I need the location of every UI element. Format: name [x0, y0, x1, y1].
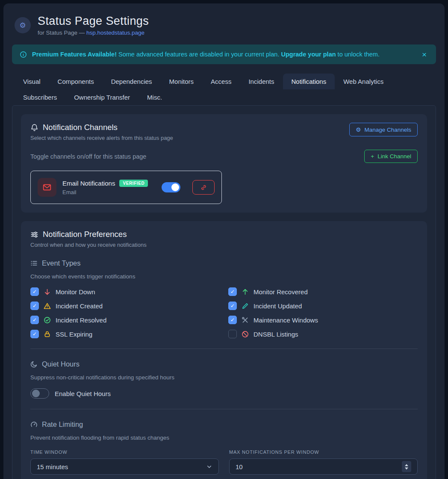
verified-badge: VERIFIED [119, 180, 148, 187]
quiet-hours-title: Quiet Hours [42, 360, 80, 368]
quiet-hours-subtitle: Suppress non-critical notifications duri… [30, 374, 418, 381]
event-label: Incident Updated [253, 302, 302, 310]
event-monitor-down: ✓Monitor Down [30, 287, 220, 296]
gear-icon: ⚙ [356, 126, 361, 133]
event-monitor-recovered: ✓Monitor Recovered [228, 287, 418, 296]
subtitle-text: for Status Page — [38, 30, 86, 36]
rate-limiting-subtitle: Prevent notification flooding from rapid… [30, 435, 418, 441]
checkbox-incident-updated[interactable]: ✓ [228, 302, 237, 310]
checkbox-ssl-expiring[interactable]: ✓ [30, 330, 39, 338]
premium-banner: Premium Features Available! Some advance… [12, 44, 436, 64]
email-icon [38, 178, 56, 197]
avatar: ⚙ [15, 17, 31, 33]
link-channel-button[interactable]: + Link Channel [364, 150, 418, 163]
page-title: Status Page Settings [38, 15, 149, 28]
check-circle-icon [44, 316, 51, 324]
max-notifications-label: MAX NOTIFICATIONS PER WINDOW [229, 449, 418, 455]
sliders-icon [30, 231, 38, 239]
event-ssl-expiring: ✓SSL Expiring [30, 330, 220, 338]
event-maintenance-windows: ✓Maintenance Windows [228, 316, 418, 324]
ban-icon [242, 331, 249, 338]
channel-name: Email Notifications [62, 180, 115, 187]
checkbox-maintenance-windows[interactable]: ✓ [228, 316, 237, 324]
tab-ownership-transfer[interactable]: Ownership Transfer [65, 89, 139, 105]
tab-dependencies[interactable]: Dependencies [103, 74, 161, 89]
checkbox-monitor-down[interactable]: ✓ [30, 287, 39, 296]
banner-text: Some advanced features are disabled in y… [117, 51, 281, 58]
manage-channels-label: Manage Channels [364, 127, 411, 133]
lock-icon [44, 331, 51, 338]
banner-title: Premium Features Available! [32, 51, 117, 58]
event-label: Maintenance Windows [253, 316, 318, 324]
channels-subtitle: Select which channels receive alerts fro… [30, 135, 173, 141]
divider [30, 349, 418, 349]
close-icon[interactable]: × [420, 50, 428, 59]
tab-components[interactable]: Components [49, 74, 103, 89]
tab-monitors[interactable]: Monitors [161, 74, 203, 89]
chevron-down-icon [206, 464, 212, 470]
page-header: ⚙ Status Page Settings for Status Page —… [12, 11, 436, 44]
time-window-select[interactable]: 15 minutes [30, 458, 219, 475]
checkbox-incident-resolved[interactable]: ✓ [30, 316, 39, 324]
quiet-hours-toggle-label: Enable Quiet Hours [55, 390, 111, 397]
pencil-icon [242, 302, 249, 310]
upgrade-plan-link[interactable]: Upgrade your plan [281, 51, 336, 58]
number-stepper[interactable] [402, 461, 411, 472]
tab-incidents[interactable]: Incidents [240, 74, 283, 89]
moon-icon [30, 361, 38, 368]
link-channel-label: Link Channel [377, 153, 411, 160]
event-label: DNSBL Listings [253, 331, 298, 338]
max-notifications-input[interactable] [236, 463, 402, 470]
email-channel-toggle[interactable] [162, 182, 180, 192]
event-incident-updated: ✓Incident Updated [228, 302, 418, 310]
event-incident-resolved: ✓Incident Resolved [30, 316, 220, 324]
time-window-value: 15 minutes [37, 463, 206, 470]
event-types-grid: ✓Monitor Down✓Monitor Recovered✓Incident… [30, 287, 418, 338]
warning-icon [44, 302, 51, 310]
settings-tabs: VisualComponentsDependenciesMonitorsAcce… [12, 74, 436, 105]
toggle-knob [32, 390, 40, 397]
tools-icon [242, 316, 249, 324]
checkbox-monitor-recovered[interactable]: ✓ [228, 287, 237, 296]
arrow-up-icon [242, 288, 249, 296]
tab-access[interactable]: Access [202, 74, 240, 89]
gear-icon: ⚙ [19, 21, 26, 30]
event-types-title: Event Types [42, 259, 81, 267]
notifications-tab-panel: Notification Channels Select which chann… [12, 105, 436, 479]
tab-visual[interactable]: Visual [15, 74, 49, 89]
tab-subscribers[interactable]: Subscribers [15, 89, 65, 105]
channel-type: Email [62, 189, 156, 195]
unlink-channel-button[interactable] [192, 180, 215, 195]
stepper-down-icon [405, 467, 408, 470]
max-notifications-field [229, 458, 418, 475]
banner-suffix: to unlock them. [336, 51, 380, 58]
status-page-link[interactable]: hsp.hostedstatus.page [86, 30, 144, 36]
time-window-label: TIME WINDOW [30, 449, 219, 455]
notification-channels-card: Notification Channels Select which chann… [21, 114, 427, 213]
tab-notifications[interactable]: Notifications [283, 74, 335, 89]
notification-preferences-card: Notification Preferences Control when an… [21, 221, 427, 479]
info-icon [20, 51, 27, 58]
plus-icon: + [371, 153, 374, 160]
tab-misc[interactable]: Misc. [139, 89, 171, 105]
event-incident-created: ✓Incident Created [30, 302, 220, 310]
channels-title: Notification Channels [43, 123, 118, 132]
list-icon [30, 260, 38, 267]
quiet-hours-toggle[interactable] [30, 388, 49, 399]
event-label: Incident Resolved [56, 316, 106, 324]
settings-window: ⚙ Status Page Settings for Status Page —… [3, 3, 445, 479]
toggle-hint: Toggle channels on/off for this status p… [30, 153, 146, 160]
stepper-up-icon [405, 464, 408, 466]
rate-limiting-title: Rate Limiting [42, 420, 83, 429]
divider [30, 409, 418, 409]
preferences-title: Notification Preferences [43, 230, 127, 239]
preferences-subtitle: Control when and how you receive notific… [30, 242, 418, 248]
manage-channels-button[interactable]: ⚙ Manage Channels [349, 123, 418, 136]
toggle-knob [171, 183, 179, 191]
event-label: SSL Expiring [56, 331, 92, 338]
checkbox-incident-created[interactable]: ✓ [30, 302, 39, 310]
checkbox-dnsbl-listings[interactable] [228, 330, 237, 338]
arrow-down-icon [44, 288, 51, 296]
tab-web-analytics[interactable]: Web Analytics [335, 74, 392, 89]
event-dnsbl-listings: DNSBL Listings [228, 330, 418, 338]
